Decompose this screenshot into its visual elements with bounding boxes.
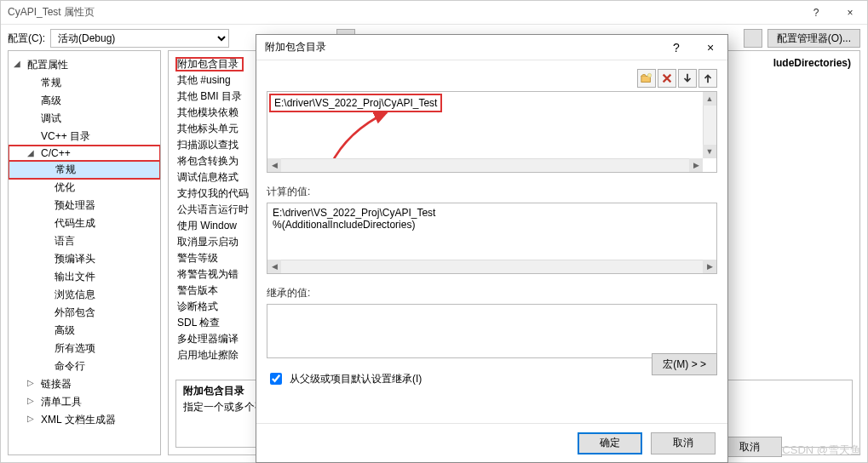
dialog-title-bar: 附加包含目录 ? × — [256, 35, 727, 60]
paths-listbox[interactable]: E:\driver\VS_2022_Proj\CyAPI_Test ▲ ▼ ◀ … — [267, 91, 717, 173]
tree-item-xmldoc[interactable]: ▷XML 文档生成器 — [9, 411, 160, 429]
scroll-up-icon[interactable]: ▲ — [703, 92, 716, 106]
cancel-button[interactable]: 取消 — [651, 432, 716, 454]
calc-line: %(AdditionalIncludeDirectories) — [273, 219, 711, 231]
inherit-row: 从父级或项目默认设置继承(I) — [267, 370, 717, 387]
horizontal-scrollbar[interactable] — [267, 158, 703, 172]
dropdown-button[interactable] — [744, 29, 762, 48]
inherited-label: 继承的值: — [267, 286, 717, 300]
config-select[interactable]: 活动(Debug) — [50, 29, 229, 48]
inherit-checkbox-label[interactable]: 从父级或项目默认设置继承(I) — [290, 372, 422, 386]
tree-item[interactable]: VC++ 目录 — [9, 128, 160, 146]
tree-item[interactable]: 调试 — [9, 110, 160, 128]
tree-item-ccpp[interactable]: ◢C/C++ — [9, 146, 160, 161]
tree-item[interactable]: 常规 — [9, 74, 160, 92]
ok-button[interactable]: 确定 — [578, 432, 642, 454]
tree-item[interactable]: 所有选项 — [9, 340, 160, 357]
tree-item[interactable]: 代码生成 — [9, 214, 160, 232]
tree-item[interactable]: 浏览信息 — [9, 286, 160, 304]
tree-item[interactable]: 优化 — [9, 179, 160, 197]
path-entry[interactable]: E:\driver\VS_2022_Proj\CyAPI_Test — [271, 95, 440, 111]
horizontal-scrollbar[interactable] — [267, 260, 716, 273]
prop-name[interactable]: 附加包含目录 — [175, 57, 244, 71]
calc-line: E:\driver\VS_2022_Proj\CyAPI_Test — [273, 207, 711, 219]
macro-button[interactable]: 宏(M) > > — [652, 353, 717, 375]
scroll-left-icon[interactable]: ◀ — [267, 260, 281, 273]
dialog-title: 附加包含目录 — [265, 40, 326, 54]
dialog-toolbar — [267, 69, 717, 88]
tree-item-linker[interactable]: ▷链接器 — [9, 375, 160, 393]
tree-item[interactable]: 外部包含 — [9, 304, 160, 322]
dialog-body: E:\driver\VS_2022_Proj\CyAPI_Test ▲ ▼ ◀ … — [256, 60, 727, 423]
svg-point-1 — [647, 73, 651, 77]
delete-icon[interactable] — [658, 69, 676, 88]
scroll-right-icon[interactable]: ▶ — [689, 158, 703, 172]
include-dirs-dialog: 附加包含目录 ? × E:\driver\VS_2022_Proj\CyAPI_… — [256, 34, 728, 463]
tree-root[interactable]: ◢配置属性 — [9, 56, 160, 74]
move-up-icon[interactable] — [698, 69, 717, 88]
tree-item[interactable]: 命令行 — [9, 357, 160, 375]
inherited-values-box — [267, 304, 717, 358]
tree-item[interactable]: 预处理器 — [9, 197, 160, 214]
tree-item-general[interactable]: 常规 — [9, 161, 160, 179]
new-folder-icon[interactable] — [637, 69, 656, 88]
tree-item[interactable]: 高级 — [9, 322, 160, 340]
tree-panel[interactable]: ◢配置属性 常规 高级 调试 VC++ 目录 ◢C/C++ 常规 优化 预处理器… — [8, 50, 161, 455]
tree-item[interactable]: 输出文件 — [9, 268, 160, 286]
window-title: CyAPI_Test 属性页 — [1, 5, 95, 20]
scroll-right-icon[interactable]: ▶ — [703, 260, 716, 273]
title-bar: CyAPI_Test 属性页 ? × — [1, 1, 867, 25]
config-manager-button[interactable]: 配置管理器(O)... — [767, 29, 860, 48]
dialog-footer: 确定 取消 — [256, 423, 727, 462]
window-controls: ? × — [799, 1, 867, 25]
tree-item[interactable]: 高级 — [9, 92, 160, 110]
config-label: 配置(C): — [8, 31, 45, 46]
calculated-label: 计算的值: — [267, 185, 717, 199]
scroll-left-icon[interactable]: ◀ — [267, 158, 281, 172]
close-icon[interactable]: × — [833, 1, 867, 25]
dialog-close-icon[interactable]: × — [693, 35, 727, 60]
tree-item[interactable]: 预编译头 — [9, 250, 160, 268]
help-icon[interactable]: ? — [799, 1, 833, 25]
dialog-help-icon[interactable]: ? — [659, 35, 693, 60]
tree-item-manifest[interactable]: ▷清单工具 — [9, 393, 160, 411]
calculated-values-box: E:\driver\VS_2022_Proj\CyAPI_Test %(Addi… — [267, 203, 717, 274]
tree-item[interactable]: 语言 — [9, 232, 160, 250]
property-value-include: ludeDirectories) — [773, 57, 851, 69]
scroll-down-icon[interactable]: ▼ — [703, 145, 716, 158]
move-down-icon[interactable] — [678, 69, 697, 88]
inherit-checkbox[interactable] — [270, 373, 282, 385]
